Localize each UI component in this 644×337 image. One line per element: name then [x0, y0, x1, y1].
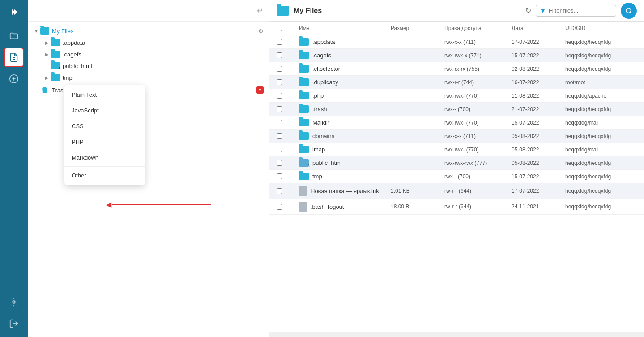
sidebar-header: ↵ [28, 0, 269, 22]
dropdown-item-plain-text[interactable]: Plain Text [64, 87, 145, 103]
tree-item-tmp[interactable]: ▶ tmp [28, 72, 269, 83]
row-select-checkbox[interactable] [277, 120, 282, 125]
nav-item-logout[interactable] [4, 314, 24, 333]
gear-icon[interactable]: ⚙ [258, 28, 264, 35]
row-name: public_html [312, 160, 342, 166]
row-select-checkbox[interactable] [277, 106, 282, 112]
row-name: .php [312, 92, 324, 99]
row-name: Maildir [312, 119, 329, 126]
row-name-cell: .cl.selector [299, 65, 391, 73]
row-name-cell: .duplicacy [299, 78, 391, 86]
row-checkbox[interactable] [277, 160, 299, 166]
row-checkbox[interactable] [277, 39, 299, 45]
table-row[interactable]: .bash_logout 18.00 B rw-r-r (644) 24-11-… [269, 199, 644, 215]
table-row[interactable]: domains rwx-x-x (711) 05-08-2022 heqqxfd… [269, 130, 644, 143]
folder-special-icon: ↖ [299, 159, 309, 167]
tree-arrow-appdata: ▶ [44, 39, 50, 46]
row-select-checkbox[interactable] [277, 66, 282, 72]
select-all-checkbox[interactable] [277, 26, 282, 31]
row-select-checkbox[interactable] [277, 173, 282, 179]
dropdown-item-javascript[interactable]: JavaScript [64, 103, 145, 118]
row-perms: rw-r-r (644) [444, 203, 512, 210]
table-row[interactable]: .php rwx-rwx- (770) 11-08-2022 heqqxfdg/… [269, 89, 644, 103]
row-select-checkbox[interactable] [277, 147, 282, 152]
table-row[interactable]: .duplicacy rwx-r-r (744) 16-07-2022 root… [269, 76, 644, 89]
tree-item-appdata[interactable]: ▶ .appdata [28, 37, 269, 48]
row-perms: rwx-- (700) [444, 173, 512, 180]
row-checkbox[interactable] [277, 173, 299, 179]
th-name: Имя [299, 25, 391, 31]
row-checkbox[interactable] [277, 147, 299, 152]
row-date: 17-07-2022 [512, 39, 565, 45]
row-name-cell: .bash_logout [299, 202, 391, 212]
tree-item-trash[interactable]: Trash Bin ✕ [28, 83, 269, 97]
row-perms: rwx-rwx-rwx (777) [444, 160, 512, 166]
row-name: Новая папка — ярлык.lnk [311, 188, 379, 194]
row-uid: heqqxfdg/mail [565, 147, 637, 153]
title-section: My Files [277, 6, 520, 16]
row-select-checkbox[interactable] [277, 52, 282, 58]
horizontal-scrollbar[interactable] [269, 332, 644, 337]
row-checkbox[interactable] [277, 120, 299, 125]
svg-line-10 [630, 12, 631, 13]
nav-item-folder[interactable] [4, 26, 24, 46]
tree-item-public-html[interactable]: ↖ public_html [28, 60, 269, 72]
row-select-checkbox[interactable] [277, 160, 282, 166]
row-date: 15-07-2022 [512, 120, 565, 126]
dropdown-item-php[interactable]: PHP [64, 134, 145, 150]
table-row[interactable]: .trash rwx-- (700) 21-07-2022 heqqxfdg/h… [269, 103, 644, 116]
row-perms: rwx-rwx- (770) [444, 147, 512, 153]
th-checkbox[interactable] [277, 25, 299, 31]
row-checkbox[interactable] [277, 204, 299, 210]
table-row[interactable]: imap rwx-rwx- (770) 05-08-2022 heqqxfdg/… [269, 143, 644, 156]
row-date: 17-07-2022 [512, 188, 565, 194]
nav-item-file-editor[interactable] [4, 48, 24, 67]
tree-item-cagefs[interactable]: ▶ .cagefs [28, 48, 269, 60]
dropdown-item-css[interactable]: CSS [64, 118, 145, 134]
row-name: .appdata [312, 39, 335, 45]
row-uid: heqqxfdg/apache [565, 93, 637, 99]
dropdown-item-markdown[interactable]: Markdown [64, 150, 145, 165]
row-select-checkbox[interactable] [277, 79, 282, 85]
row-checkbox[interactable] [277, 79, 299, 85]
row-perms: rwx-rx-rx (755) [444, 66, 512, 72]
tree-label-cagefs: .cagefs [63, 51, 81, 58]
row-select-checkbox[interactable] [277, 133, 282, 139]
tree-label-tmp: tmp [63, 74, 73, 81]
nav-item-add[interactable] [4, 69, 24, 89]
nav-item-settings[interactable] [4, 292, 24, 312]
table-row[interactable]: .appdata rwx-x-x (711) 17-07-2022 heqqxf… [269, 35, 644, 49]
row-uid: heqqxfdg/heqqxfdg [565, 39, 637, 45]
row-name-cell: .cagefs [299, 52, 391, 59]
row-date: 15-07-2022 [512, 173, 565, 180]
row-checkbox[interactable] [277, 66, 299, 72]
row-select-checkbox[interactable] [277, 204, 282, 210]
svg-point-9 [626, 8, 631, 13]
filter-input[interactable] [549, 7, 602, 14]
row-checkbox[interactable] [277, 93, 299, 99]
dropdown-item-other[interactable]: Other... [64, 168, 145, 183]
row-checkbox[interactable] [277, 188, 299, 194]
upload-icon[interactable]: ↵ [257, 6, 264, 16]
row-name-cell: imap [299, 146, 391, 153]
row-checkbox[interactable] [277, 133, 299, 139]
row-select-checkbox[interactable] [277, 39, 282, 45]
table-row[interactable]: .cl.selector rwx-rx-rx (755) 02-08-2022 … [269, 62, 644, 76]
table-row[interactable]: tmp rwx-- (700) 15-07-2022 heqqxfdg/heqq… [269, 170, 644, 183]
refresh-button[interactable]: ↻ [525, 6, 531, 15]
row-select-checkbox[interactable] [277, 188, 282, 194]
table-row[interactable]: Maildir rwx-rwx- (770) 15-07-2022 heqqxf… [269, 116, 644, 130]
table-row[interactable]: .cagefs rwx-rwx-x (771) 15-07-2022 heqqx… [269, 49, 644, 62]
row-checkbox[interactable] [277, 106, 299, 112]
table-row[interactable]: Новая папка — ярлык.lnk 1.01 KB rw-r-r (… [269, 183, 644, 199]
search-button[interactable] [621, 3, 637, 19]
row-checkbox[interactable] [277, 52, 299, 58]
tree-folder-icon-public-html: ↖ [51, 62, 60, 69]
table-row[interactable]: ↖ public_html rwx-rwx-rwx (777) 05-08-20… [269, 156, 644, 170]
tree-item-my-files[interactable]: ▼ My Files ⚙ [28, 25, 269, 37]
folder-icon [299, 146, 309, 153]
folder-icon [299, 38, 309, 46]
table-header: Имя Размер Права доступа Дата UID/GID [269, 22, 644, 35]
folder-icon [299, 119, 309, 126]
row-select-checkbox[interactable] [277, 93, 282, 99]
